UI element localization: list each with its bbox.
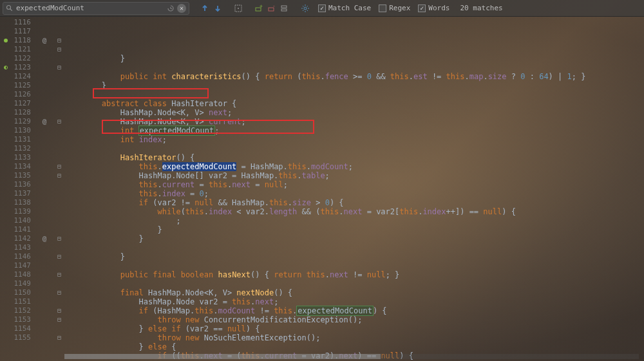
implements-marker-icon[interactable] [4,66,8,69]
code-line[interactable] [64,261,644,270]
fold-toggle-icon[interactable]: ⊟ [54,333,64,342]
code-line[interactable] [64,279,644,288]
line-number: 1128 [12,108,31,117]
line-number: 1117 [12,27,31,36]
line-number: 1136 [12,180,31,189]
fold-toggle-icon[interactable]: ⊟ [54,45,64,54]
match-case-label: Match Case [328,4,371,12]
search-input[interactable]: expectedModCount [16,4,167,12]
svg-rect-9 [281,9,287,11]
select-all-icon[interactable] [233,3,243,14]
code-line[interactable] [64,243,644,252]
line-number: 1137 [12,189,31,198]
line-number: 1154 [12,324,31,333]
code-line[interactable] [64,90,644,99]
code-line[interactable]: throw new NoSuchElementException(); [64,333,644,342]
checkbox-icon [418,5,426,12]
code-line[interactable]: } else if (var2 == null) { [64,324,644,333]
fold-toggle-icon[interactable]: ⊟ [54,252,64,261]
code-line[interactable]: while(this.index < var2.length && (this.… [64,207,644,216]
fold-toggle-icon[interactable]: ⊟ [54,171,64,180]
search-box[interactable]: expectedModCount ✕ [3,2,189,15]
override-marker-icon[interactable] [4,39,8,42]
code-line[interactable]: ; [64,216,644,225]
fold-toggle-icon[interactable]: ⊟ [54,306,64,315]
checkbox-icon [318,5,326,12]
code-line[interactable]: public final boolean hasNext() { return … [64,270,644,279]
code-line[interactable]: } [64,54,644,63]
fold-gutter[interactable]: ⊟⊟⊟⊟⊟⊟⊟⊟⊟⊟⊟⊟⊟ [54,17,64,359]
code-line[interactable] [64,63,644,72]
match-case-checkbox[interactable]: Match Case [318,4,371,12]
code-line[interactable]: int index; [64,135,644,144]
line-number: 1129 [12,117,31,126]
line-number: 1131 [12,135,31,144]
code-line[interactable]: } [64,225,644,234]
line-numbers: 1116111711181121112211231124112511261127… [12,17,35,359]
code-line[interactable]: this.expectedModCount = HashMap.this.mod… [64,162,644,171]
code-line[interactable]: } [64,81,644,90]
code-line[interactable]: } else { [64,342,644,351]
fold-toggle-icon[interactable]: ⊟ [54,36,64,45]
code-line[interactable]: } [64,252,644,261]
code-line[interactable]: throw new ConcurrentModificationExceptio… [64,315,644,324]
code-line[interactable]: } [64,234,644,243]
line-number: 1138 [12,198,31,207]
next-match-icon[interactable] [213,3,223,14]
code-line[interactable]: HashMap.Node<K, V> next; [64,108,644,117]
line-number: 1143 [12,243,31,252]
select-occurrences-icon[interactable] [279,3,290,14]
code-line[interactable]: HashMap.Node var2 = this.next; [64,297,644,306]
code-line[interactable]: this.index = 0; [64,189,644,198]
fold-toggle-icon[interactable]: ⊟ [54,234,64,243]
fold-toggle-icon[interactable]: ⊟ [54,63,64,72]
fold-toggle-icon[interactable]: ⊟ [54,270,64,279]
svg-text:+: + [260,4,263,9]
annotation-icon[interactable]: @ [35,117,54,126]
line-number: 1147 [12,261,31,270]
code-line[interactable]: if (HashMap.this.modCount != this.expect… [64,306,644,315]
line-number: 1140 [12,216,31,225]
line-number: 1127 [12,99,31,108]
line-number: 1155 [12,333,31,342]
words-checkbox[interactable]: Words [418,4,450,12]
code-line[interactable]: abstract class HashIterator { [64,99,644,108]
line-number: 1135 [12,171,31,180]
fold-toggle-icon[interactable]: ⊟ [54,288,64,297]
code-line[interactable]: this.current = this.next = null; [64,180,644,189]
annotation-icon[interactable]: @ [35,234,54,243]
match-count: 20 matches [460,4,502,12]
code-content[interactable]: } public int characteristics() { return … [64,17,644,359]
line-number: 1124 [12,72,31,81]
find-toolbar: expectedModCount ✕ + - Match Case Regex … [0,0,644,17]
line-number: 1121 [12,45,31,54]
line-number: 1153 [12,315,31,324]
code-line[interactable] [64,144,644,153]
fold-toggle-icon[interactable]: ⊟ [54,117,64,126]
code-line[interactable]: HashMap.Node<K, V> current; [64,117,644,126]
fold-toggle-icon[interactable]: ⊟ [54,315,64,324]
scrollbar-thumb[interactable] [64,354,381,359]
line-number: 1118 [12,36,31,45]
line-number: 1148 [12,270,31,279]
settings-icon[interactable] [300,3,310,14]
code-line[interactable]: int expectedModCount; [64,126,644,135]
line-number: 1152 [12,306,31,315]
horizontal-scrollbar[interactable] [64,354,639,359]
line-number: 1125 [12,81,31,90]
remove-selection-icon[interactable]: - [267,3,277,14]
code-line[interactable]: if (var2 != null && HashMap.this.size > … [64,198,644,207]
code-line[interactable]: public int characteristics() { return (t… [64,72,644,81]
code-line[interactable]: final HashMap.Node<K, V> nextNode() { [64,288,644,297]
clear-icon[interactable]: ✕ [177,4,186,13]
fold-toggle-icon[interactable]: ⊟ [54,162,64,171]
code-line[interactable]: HashMap.Node[] var2 = HashMap.this.table… [64,171,644,180]
code-line[interactable]: HashIterator() { [64,153,644,162]
history-icon[interactable] [167,5,175,12]
prev-match-icon[interactable] [200,3,210,14]
regex-checkbox[interactable]: Regex [379,4,410,12]
editor[interactable]: 1116111711181121112211231124112511261127… [0,17,644,359]
annotation-icon[interactable]: @ [35,36,54,45]
add-selection-icon[interactable]: + [254,3,264,14]
line-number: 1151 [12,297,31,306]
